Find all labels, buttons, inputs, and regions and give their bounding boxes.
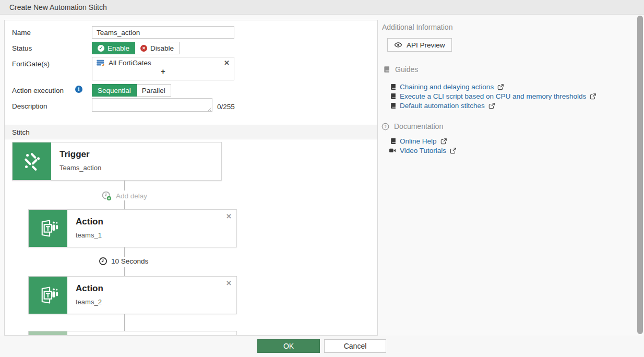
sequential-label: Sequential — [98, 87, 131, 94]
clock-add-icon — [101, 191, 112, 201]
question-circle-icon: ? — [381, 123, 389, 130]
guides-title: Guides — [395, 65, 418, 74]
connector-line — [124, 314, 125, 331]
status-disable-label: Disable — [150, 44, 174, 52]
doc-link-row: Online Help — [390, 137, 447, 145]
guide-link-chaining[interactable]: Chaining and delaying actions — [400, 83, 494, 91]
fortigates-entry-label: All FortiGates — [109, 59, 151, 67]
documentation-section-header: ? Documentation — [381, 122, 443, 130]
stitch-section-header: Stitch — [5, 125, 377, 139]
fortigate-device-icon — [97, 59, 105, 66]
faded-action-tile — [29, 331, 67, 336]
status-toggle: ✓ Enable ✕ Disable — [92, 42, 180, 54]
book-icon — [390, 138, 397, 145]
status-enable-label: Enable — [108, 44, 129, 52]
doc-link-online-help[interactable]: Online Help — [400, 137, 437, 145]
remove-fortigate-icon[interactable]: ✕ — [224, 59, 230, 67]
description-label: Description — [12, 102, 47, 110]
external-link-icon — [589, 93, 597, 100]
vertical-scrollbar[interactable] — [637, 16, 643, 334]
parallel-label: Parallel — [142, 87, 165, 94]
status-disable-button[interactable]: ✕ Disable — [135, 42, 180, 54]
automation-stitch-form-panel: Name Status ✓ Enable ✕ Disable FortiGate… — [4, 20, 378, 336]
doc-link-video-tutorials[interactable]: Video Tutorials — [400, 147, 446, 154]
fortigates-entry[interactable]: All FortiGates ✕ — [92, 57, 234, 67]
action-execution-toggle: Sequential Parallel — [92, 84, 171, 97]
documentation-title: Documentation — [394, 122, 443, 130]
external-link-icon — [488, 102, 495, 110]
additional-information-title: Additional Information — [382, 23, 452, 31]
add-fortigate-button[interactable]: + — [92, 67, 234, 76]
book-icon — [383, 66, 390, 73]
trigger-title: Trigger — [59, 149, 90, 160]
dialog-footer: OK Cancel — [0, 336, 644, 357]
delay-label: 10 Seconds — [111, 257, 148, 265]
trigger-card[interactable]: Trigger Teams_action — [12, 142, 222, 181]
x-circle-icon: ✕ — [140, 45, 147, 52]
external-link-icon — [440, 138, 447, 145]
action-card-teams-1[interactable]: Action teams_1 ✕ — [28, 209, 237, 247]
book-icon — [390, 102, 397, 109]
guides-section-header: Guides — [383, 65, 418, 74]
trigger-subtitle: Teams_action — [59, 164, 101, 172]
name-input[interactable] — [92, 26, 234, 39]
delay-indicator[interactable]: 10 Seconds — [99, 257, 148, 266]
connector-line — [124, 200, 125, 209]
clock-icon — [99, 257, 108, 266]
connector-line — [124, 181, 125, 191]
microsoft-teams-icon — [36, 283, 61, 307]
description-textarea[interactable] — [92, 98, 212, 112]
parallel-button[interactable]: Parallel — [137, 84, 171, 97]
status-label: Status — [12, 44, 32, 52]
guide-link-row: Default automation stitches — [390, 102, 495, 110]
action-subtitle: teams_1 — [76, 231, 102, 239]
external-link-icon — [449, 147, 457, 154]
action-subtitle: teams_2 — [76, 298, 102, 306]
microsoft-teams-icon — [36, 216, 61, 241]
remove-action-icon[interactable]: ✕ — [226, 212, 232, 220]
connector-line — [124, 267, 125, 276]
book-icon — [390, 93, 397, 100]
add-delay-button[interactable]: Add delay — [101, 191, 147, 201]
connector-line — [124, 247, 125, 257]
info-icon[interactable]: i — [75, 86, 82, 93]
guide-link-row: Chaining and delaying actions — [390, 83, 504, 91]
dialog-title: Create New Automation Stitch — [0, 0, 644, 15]
action-card-teams-2[interactable]: Action teams_2 ✕ — [28, 276, 237, 314]
book-icon — [390, 84, 397, 90]
fortigates-select-box[interactable]: All FortiGates ✕ + — [92, 57, 234, 80]
api-preview-label: API Preview — [407, 41, 445, 49]
action-title: Action — [76, 283, 103, 294]
eye-icon — [394, 41, 402, 49]
guide-link-default-stitches[interactable]: Default automation stitches — [400, 102, 485, 110]
video-camera-icon — [388, 147, 397, 154]
add-delay-label: Add delay — [116, 192, 147, 200]
doc-link-row: Video Tutorials — [388, 147, 457, 154]
action-tile — [29, 277, 67, 314]
action-tile — [29, 210, 67, 247]
action-title: Action — [76, 217, 103, 227]
ok-button[interactable]: OK — [257, 339, 320, 353]
name-label: Name — [12, 29, 31, 37]
action-execution-label: Action execution — [12, 87, 64, 94]
fortigates-label: FortiGate(s) — [12, 60, 50, 68]
check-circle-icon: ✓ — [98, 45, 104, 52]
automation-stitch-icon — [21, 150, 43, 172]
remove-action-icon[interactable]: ✕ — [226, 279, 232, 287]
guide-link-row: Execute a CLI script based on CPU and me… — [390, 92, 597, 100]
api-preview-button[interactable]: API Preview — [387, 38, 452, 52]
partial-next-card[interactable] — [28, 331, 237, 336]
sequential-button[interactable]: Sequential — [92, 84, 137, 97]
description-char-counter: 0/255 — [217, 103, 235, 111]
status-enable-button[interactable]: ✓ Enable — [92, 42, 135, 54]
svg-text:?: ? — [384, 124, 387, 129]
trigger-tile — [13, 142, 51, 180]
guide-link-cli-script[interactable]: Execute a CLI script based on CPU and me… — [400, 92, 586, 100]
external-link-icon — [497, 84, 504, 91]
cancel-button[interactable]: Cancel — [324, 339, 386, 353]
description-field-wrap — [92, 98, 212, 112]
